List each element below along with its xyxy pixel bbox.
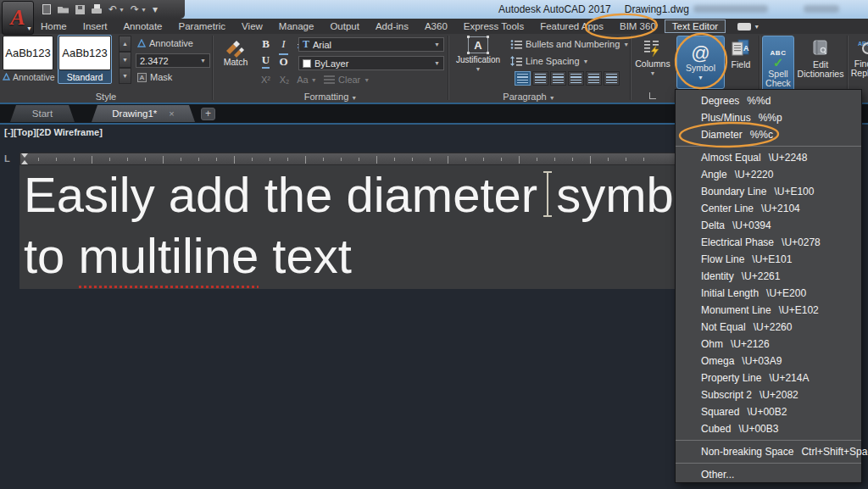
menu-item-label: Cubed (701, 420, 731, 437)
menu-item-non-breaking-space[interactable]: Non-breaking SpaceCtrl+Shift+Space (676, 443, 861, 460)
plot-icon[interactable] (92, 3, 103, 16)
align-left-button[interactable] (532, 71, 548, 86)
customize-quick-access-icon[interactable]: ▾ (153, 3, 158, 16)
font-combo[interactable]: T Arial ▼ (298, 37, 444, 52)
overline-button[interactable]: O (275, 53, 292, 69)
style-gallery-item-standard[interactable]: AaBb123 Standard (58, 35, 112, 84)
menu-item-ohm[interactable]: Ohm\U+2126 (676, 336, 861, 353)
tab-annotate[interactable]: Annotate (123, 21, 162, 31)
menu-item-almost-equal[interactable]: Almost Equal\U+2248 (676, 149, 861, 166)
find-replace-button[interactable]: ABC Find & Replace (848, 39, 868, 78)
columns-button[interactable]: Columns ▼ (633, 39, 672, 78)
menu-item-cubed[interactable]: Cubed\U+00B3 (676, 420, 861, 437)
menu-item-code: \U+2126 (731, 336, 770, 353)
gallery-down-button[interactable]: ▼ (119, 52, 131, 68)
menu-item-flow-line[interactable]: Flow Line\U+E101 (676, 251, 861, 268)
menu-item-other[interactable]: Other... (676, 466, 861, 483)
gallery-up-button[interactable]: ▲ (119, 36, 131, 52)
menu-item-diameter[interactable]: Diameter%%c (676, 126, 861, 143)
gallery-expand-button[interactable]: ▼ (119, 68, 131, 84)
justification-button[interactable]: A Justification ▼ (453, 36, 504, 74)
ruler-tick (412, 158, 413, 161)
tab-insert[interactable]: Insert (83, 21, 108, 31)
file-tab-start[interactable]: Start (10, 105, 75, 122)
redo-icon[interactable]: ↷▼ (131, 3, 147, 16)
mask-button[interactable]: A Mask (137, 72, 172, 82)
menu-item-label: Flow Line (701, 251, 744, 268)
superscript-button[interactable]: X² (258, 72, 274, 87)
tab-output[interactable]: Output (330, 21, 359, 31)
ruler-tick (270, 158, 270, 161)
line-spacing-button[interactable]: Line Spacing ▼ (510, 56, 589, 66)
undo-icon[interactable]: ↶▼ (108, 3, 125, 16)
application-menu-button[interactable]: A ▼ (2, 1, 34, 35)
italic-button[interactable]: I (275, 36, 292, 52)
ruler-tick (359, 158, 359, 161)
new-file-icon[interactable] (41, 3, 52, 16)
field-icon: A (732, 39, 750, 58)
close-tab-icon[interactable]: × (169, 108, 174, 119)
align-justify-button[interactable] (586, 71, 602, 86)
paragraph-dialog-launcher[interactable] (649, 92, 656, 99)
annotative-toggle[interactable]: Annotative (137, 38, 193, 48)
menu-item-code: \U+0394 (732, 217, 771, 234)
menu-item-code: \U+00B2 (747, 403, 787, 420)
menu-item-initial-length[interactable]: Initial Length\U+E200 (676, 285, 861, 302)
menu-item-property-line[interactable]: Property Line\U+214A (676, 370, 861, 386)
menu-item-delta[interactable]: Delta\U+0394 (676, 217, 861, 234)
panel-formatting: Match B I A U O ba X² X₂ Aa ▼ Clear ▼ T … (214, 34, 448, 103)
menu-item-squared[interactable]: Squared\U+00B2 (676, 403, 861, 420)
change-case-button[interactable]: Aa ▼ (295, 72, 319, 87)
menu-item-identity[interactable]: Identity\U+2261 (676, 268, 861, 285)
subscript-button[interactable]: X₂ (276, 72, 292, 87)
paragraph-indent-marker[interactable] (21, 160, 28, 164)
mtext-editor[interactable]: Easily add the diameter symbol to multil… (19, 165, 676, 289)
underline-button[interactable]: U (258, 53, 274, 69)
align-default-button[interactable] (515, 71, 531, 86)
viewport-controls[interactable]: [-][Top][2D Wireframe] (4, 127, 103, 137)
menu-item-boundary-line[interactable]: Boundary Line\U+E100 (676, 183, 861, 200)
match-button[interactable]: Match (215, 37, 256, 67)
bold-button[interactable]: B (258, 36, 274, 52)
menu-item-subscript-2[interactable]: Subscript 2\U+2082 (676, 386, 861, 403)
open-icon[interactable] (58, 3, 69, 16)
tab-home[interactable]: Home (41, 21, 67, 31)
align-right-button[interactable] (568, 71, 584, 86)
tab-featured-apps[interactable]: Featured Apps (540, 21, 604, 31)
menu-item-not-equal[interactable]: Not Equal\U+2260 (676, 319, 861, 336)
symbol-button[interactable]: @ Symbol ▼ (676, 36, 725, 89)
menu-separator (676, 440, 861, 441)
menu-item-monument-line[interactable]: Monument Line\U+E102 (676, 302, 861, 319)
tab-parametric[interactable]: Parametric (179, 21, 226, 31)
align-distribute-button[interactable] (604, 71, 620, 86)
minimize-ribbon-button[interactable]: ▼ (737, 23, 760, 31)
tab-express-tools[interactable]: Express Tools (464, 21, 524, 31)
first-line-indent-marker[interactable] (21, 153, 28, 158)
ruler-tab-style-button[interactable]: L (4, 153, 10, 164)
tab-manage[interactable]: Manage (279, 21, 314, 31)
new-drawing-tab-button[interactable]: + (201, 108, 215, 120)
menu-item-plus-minus[interactable]: Plus/Minus%%p (676, 109, 861, 126)
text-height-combo[interactable]: 2.3472 ▼ (136, 53, 210, 68)
color-combo[interactable]: ByLayer ▼ (298, 56, 444, 70)
align-center-button[interactable] (550, 71, 566, 86)
tab-text-editor[interactable]: Text Editor (665, 19, 726, 33)
clear-formatting-button[interactable]: Clear ▼ (324, 75, 370, 85)
menu-item-degrees[interactable]: Degrees%%d (676, 92, 861, 109)
menu-item-center-line[interactable]: Center Line\U+2104 (676, 200, 861, 217)
field-button[interactable]: A Field (726, 39, 756, 69)
menu-item-electrical-phase[interactable]: Electrical Phase\U+0278 (676, 234, 861, 251)
tab-view[interactable]: View (242, 21, 263, 31)
bullets-numbering-button[interactable]: Bullets and Numbering ▼ (510, 39, 629, 49)
menu-item-label: Diameter (701, 126, 743, 143)
tab-add-ins[interactable]: Add-ins (376, 21, 409, 31)
edit-dictionaries-button[interactable]: Edit Dictionaries (797, 39, 844, 79)
file-tab-drawing1[interactable]: Drawing1* × (92, 105, 195, 122)
style-gallery-item-annotative[interactable]: AaBb123 Annotative (3, 36, 55, 83)
mtext-ruler[interactable] (19, 153, 676, 165)
menu-item-omega[interactable]: Omega\U+03A9 (676, 353, 861, 370)
tab-a360[interactable]: A360 (425, 21, 448, 31)
tab-bim-360[interactable]: BIM 360 (620, 21, 656, 31)
save-icon[interactable] (75, 3, 86, 16)
menu-item-angle[interactable]: Angle\U+2220 (676, 166, 861, 183)
